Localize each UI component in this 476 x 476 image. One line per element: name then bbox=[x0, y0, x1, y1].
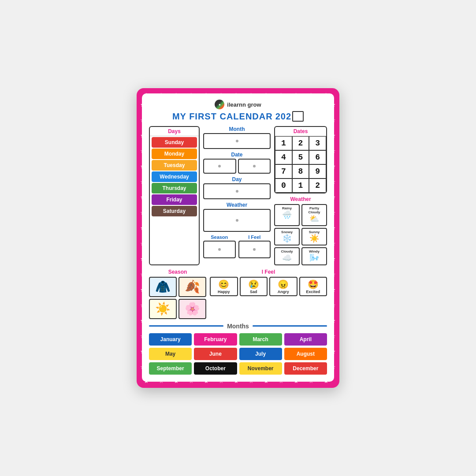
date-cell: 8 bbox=[292, 164, 309, 178]
month-btn-july[interactable]: July bbox=[239, 348, 282, 360]
year-prefix: 202 bbox=[275, 112, 291, 122]
feel-section-label: I Feel bbox=[210, 269, 327, 275]
day-section: Day bbox=[203, 176, 271, 199]
months-line-left bbox=[149, 325, 223, 327]
season-pic-2: ☀️ bbox=[149, 299, 177, 319]
date-cell: 2 bbox=[292, 136, 309, 150]
days-section: Days SundayMondayTuesdayWednesdayThursda… bbox=[149, 126, 200, 265]
month-dot bbox=[236, 140, 238, 142]
weather-item-rainy[interactable]: Rainy🌧️ bbox=[274, 204, 300, 226]
dates-grid: 123456789012 bbox=[275, 136, 326, 193]
month-btn-december[interactable]: December bbox=[284, 362, 327, 375]
dates-section: Dates 123456789012 bbox=[274, 126, 327, 193]
brand-name: ilearnn grow bbox=[227, 101, 261, 108]
feel-item-excited[interactable]: 🤩Excited bbox=[299, 277, 327, 296]
feel-item-happy[interactable]: 😊Happy bbox=[210, 277, 238, 296]
day-label: Day bbox=[203, 176, 271, 182]
title-text: MY FIRST CALENDAR bbox=[172, 112, 273, 122]
month-btn-may[interactable]: May bbox=[149, 348, 192, 360]
weather-label: Weather bbox=[203, 202, 271, 208]
season-dot bbox=[218, 248, 221, 251]
main-title: MY FIRST CALENDAR 202 bbox=[149, 111, 327, 122]
month-btn-october[interactable]: October bbox=[194, 362, 237, 375]
date-cell: 1 bbox=[292, 178, 309, 193]
bottom-section: Season 🧥🍂☀️🌸 I Feel 😊Happy😢Sad😠Angry🤩Exc… bbox=[149, 269, 327, 319]
month-btn-june[interactable]: June bbox=[194, 348, 237, 360]
month-input-box[interactable] bbox=[203, 133, 271, 149]
months-line-right bbox=[253, 325, 327, 327]
feel-grid: 😊Happy😢Sad😠Angry🤩Excited bbox=[210, 277, 327, 296]
date-section: Date bbox=[203, 152, 271, 174]
months-grid: JanuaryFebruaryMarchAprilMayJuneJulyAugu… bbox=[149, 333, 327, 375]
ifeel-dot bbox=[253, 248, 256, 251]
months-section: Months JanuaryFebruaryMarchAprilMayJuneJ… bbox=[149, 323, 327, 375]
month-btn-march[interactable]: March bbox=[239, 333, 282, 346]
middle-column: Month Date Day bbox=[203, 126, 271, 265]
weather-right-section: Weather Rainy🌧️PartlyCloudy⛅Snowy❄️Sunny… bbox=[274, 196, 327, 265]
season-pictures-section: Season 🧥🍂☀️🌸 bbox=[149, 269, 206, 319]
right-column: Dates 123456789012 Weather Rainy🌧️Partly… bbox=[274, 126, 327, 265]
season-pictures-label: Season bbox=[149, 269, 206, 275]
inner-card: ● ilearnn grow MY FIRST CALENDAR 202 Day… bbox=[142, 93, 334, 382]
date-cell: 7 bbox=[275, 164, 292, 178]
weather-section: Weather bbox=[203, 202, 271, 232]
day-item-monday: Monday bbox=[152, 149, 197, 159]
date-cell: 2 bbox=[309, 178, 326, 193]
logo-icon: ● bbox=[215, 100, 224, 109]
month-btn-november[interactable]: November bbox=[239, 362, 282, 375]
date-cell: 5 bbox=[292, 150, 309, 164]
weather-grid: Rainy🌧️PartlyCloudy⛅Snowy❄️Sunny☀️Cloudy… bbox=[274, 204, 327, 265]
ifeel-box[interactable] bbox=[238, 241, 271, 258]
feel-item-angry[interactable]: 😠Angry bbox=[269, 277, 298, 296]
days-header: Days bbox=[150, 127, 199, 136]
weather-input-box[interactable] bbox=[203, 209, 271, 232]
date-cell: 3 bbox=[309, 136, 326, 150]
date-input-boxes bbox=[203, 159, 271, 174]
month-btn-april[interactable]: April bbox=[284, 333, 327, 346]
day-item-wednesday: Wednesday bbox=[152, 171, 197, 182]
month-label: Month bbox=[203, 126, 271, 132]
year-display: 202 bbox=[275, 111, 304, 122]
season-box[interactable] bbox=[203, 241, 236, 258]
weather-item-partlycloudy[interactable]: PartlyCloudy⛅ bbox=[301, 204, 327, 226]
weather-item-windy[interactable]: Windy🌬️ bbox=[301, 247, 327, 265]
dot2 bbox=[253, 165, 256, 167]
season-pics-grid: 🧥🍂☀️🌸 bbox=[149, 277, 206, 319]
calendar-frame: ★ ☆ ★ ☆ ★ ☆ ★ ☆ ★ ☆ ★ ☆ ★ ★ ☆ ★ ☆ ★ ☆ ★ … bbox=[137, 88, 339, 388]
dot1 bbox=[218, 165, 221, 167]
day-input-box[interactable] bbox=[203, 183, 271, 199]
date-cell: 1 bbox=[275, 136, 292, 150]
day-item-friday: Friday bbox=[152, 194, 197, 205]
months-title-row: Months bbox=[149, 323, 327, 330]
weather-item-sunny[interactable]: Sunny☀️ bbox=[301, 228, 327, 246]
season-pic-3: 🌸 bbox=[178, 299, 206, 319]
month-btn-january[interactable]: January bbox=[149, 333, 192, 346]
feel-item-sad[interactable]: 😢Sad bbox=[240, 277, 268, 296]
day-item-tuesday: Tuesday bbox=[152, 160, 197, 171]
logo-row: ● ilearnn grow bbox=[149, 100, 327, 109]
season-pic-0: 🧥 bbox=[149, 277, 177, 297]
feel-section: I Feel 😊Happy😢Sad😠Angry🤩Excited bbox=[210, 269, 327, 319]
weather-item-cloudy[interactable]: Cloudy☁️ bbox=[274, 247, 300, 265]
date-cell: 6 bbox=[309, 150, 326, 164]
weather-dot bbox=[236, 219, 238, 222]
season-col: Season bbox=[203, 234, 236, 258]
main-content-grid: Days SundayMondayTuesdayWednesdayThursda… bbox=[149, 126, 327, 265]
day-dot bbox=[236, 190, 238, 193]
day-item-thursday: Thursday bbox=[152, 183, 197, 193]
date-cell: 4 bbox=[275, 150, 292, 164]
date-box-2[interactable] bbox=[238, 159, 271, 174]
season-pic-1: 🍂 bbox=[178, 277, 206, 297]
ifeel-col: I Feel bbox=[238, 234, 271, 258]
date-box-1[interactable] bbox=[203, 159, 236, 174]
date-label: Date bbox=[203, 152, 271, 158]
year-blank-box[interactable] bbox=[292, 111, 304, 122]
date-cell: 9 bbox=[309, 164, 326, 178]
month-btn-september[interactable]: September bbox=[149, 362, 192, 375]
month-section: Month bbox=[203, 126, 271, 149]
season-feel-row: Season I Feel bbox=[203, 234, 271, 258]
month-btn-february[interactable]: February bbox=[194, 333, 237, 346]
months-title: Months bbox=[227, 323, 249, 330]
weather-item-snowy[interactable]: Snowy❄️ bbox=[274, 228, 300, 246]
month-btn-august[interactable]: August bbox=[284, 348, 327, 360]
